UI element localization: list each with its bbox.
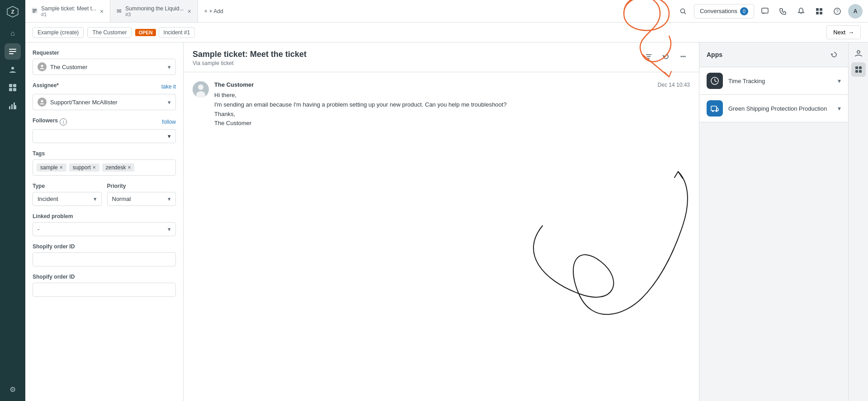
sidebar-item-contacts[interactable] [5,61,21,78]
tags-container: sample × support × zendesk × [33,159,176,176]
svg-rect-5 [9,84,12,87]
shopify-order-label-2: Shopify order ID [33,274,176,280]
ticket-header-left: Sample ticket: Meet the ticket Via sampl… [193,50,307,66]
topbar: Sample ticket: Meet t... #1 × ✉ Summonin… [25,0,868,23]
apps-refresh-button[interactable] [827,48,841,61]
follow-link[interactable]: follow [162,119,176,125]
shopify-order-label-1: Shopify order ID [33,243,176,250]
filter-button[interactable] [642,50,656,63]
main-area: Sample ticket: Meet t... #1 × ✉ Summonin… [25,0,868,401]
conversations-badge: 0 [740,7,748,15]
svg-rect-44 [855,66,858,69]
message-content: Hi there, I'm sending an email because I… [214,91,690,128]
sidebar-item-apps[interactable] [5,79,21,96]
tag-sample-remove[interactable]: × [60,164,63,171]
tab-email-icon: ✉ [117,8,122,14]
app-green-shipping[interactable]: Green Shipping Protection Production ▾ [699,95,848,122]
svg-rect-10 [11,104,13,109]
tags-section: Tags sample × support × zendesk × [33,150,176,176]
add-tab-button[interactable]: + + Add [198,0,230,22]
linked-problem-select[interactable]: - ▾ [33,222,176,236]
ticket-header-icons [642,50,690,63]
time-tracking-chevron-icon: ▾ [838,77,841,84]
message-sender: The Customer [214,81,254,88]
followers-section: Followers i follow ▾ [33,117,176,143]
svg-point-32 [683,56,684,57]
tab-sample-ticket[interactable]: Sample ticket: Meet t... #1 × [25,0,110,22]
tag-support: support × [69,163,99,172]
svg-point-43 [857,51,860,53]
bell-icon-button[interactable] [794,4,808,19]
followers-select[interactable]: ▾ [33,129,176,143]
assignee-select-inner: Support/Tanner McAllister [38,98,118,107]
svg-point-33 [684,56,686,57]
tab-summoning[interactable]: ✉ Summoning the Liquid... #3 × [110,0,198,22]
conversations-button[interactable]: Conversations 0 [694,4,754,19]
assignee-header-row: Assignee* take it [33,82,176,91]
next-arrow-icon: → [848,29,854,36]
ticket-header: Sample ticket: Meet the ticket Via sampl… [184,42,699,72]
type-priority-section: Type Incident ▾ Priority Normal ▾ [33,183,176,206]
grid-icon-button[interactable] [812,4,826,19]
time-tracking-name: Time Tracking [728,78,832,84]
ticket-title: Sample ticket: Meet the ticket [193,50,307,59]
followers-info-icon: i [60,118,67,126]
requester-avatar-icon [38,62,47,71]
tabs-area: Sample ticket: Meet t... #1 × ✉ Summonin… [25,0,670,22]
left-panel: Requester The Customer ▾ [25,42,184,401]
requester-select-inner: The Customer [38,62,87,71]
tab2-close[interactable]: × [188,8,191,15]
breadcrumb-incident: OPEN Incident #1 [135,27,195,38]
requester-chevron-icon: ▾ [168,64,171,70]
search-button[interactable] [676,4,690,19]
sidebar-item-tickets[interactable] [5,43,21,60]
apps-panel-icon[interactable] [851,62,866,77]
linked-problem-chevron-icon: ▾ [168,226,171,233]
shopify-order-input-2[interactable] [33,283,176,297]
center-panel: Sample ticket: Meet the ticket Via sampl… [184,42,699,401]
svg-rect-47 [859,70,862,73]
shopify-order-input-1[interactable] [33,252,176,266]
help-icon-button[interactable]: ? [830,4,844,19]
svg-rect-21 [820,8,822,11]
svg-point-31 [681,56,682,57]
breadcrumb-incident-label: Incident #1 [164,29,190,36]
assignee-select[interactable]: Support/Tanner McAllister ▾ [33,94,176,110]
type-chevron-icon: ▾ [94,196,97,202]
tag-zendesk-remove[interactable]: × [127,164,131,171]
requester-label: Requester [33,50,176,56]
priority-chevron-icon: ▾ [168,196,171,202]
breadcrumb-customer[interactable]: The Customer [87,27,132,38]
assignee-section: Assignee* take it Support/Tanner McAllis… [33,82,176,110]
history-button[interactable] [659,50,673,63]
tab-ticket-icon [32,8,38,15]
breadcrumb-example[interactable]: Example (create) [33,27,84,38]
priority-select[interactable]: Normal ▾ [107,192,176,206]
sidebar-item-home[interactable]: ⌂ [5,25,21,42]
tab1-close[interactable]: × [100,8,104,15]
sidebar-item-settings[interactable]: ⚙ [5,381,21,397]
type-select[interactable]: Incident ▾ [33,192,102,206]
breadcrumb-incident-label-wrap[interactable]: Incident #1 [159,27,195,38]
green-shipping-name: Green Shipping Protection Production [728,105,832,112]
type-label: Type [33,183,102,189]
assignee-avatar-icon [38,98,47,107]
apps-header-icons [827,48,841,61]
messages-area: The Customer Dec 14 10:43 Hi there, I'm … [184,72,699,401]
shopify-1-section: Shopify order ID [33,243,176,266]
tag-support-remove[interactable]: × [93,164,96,171]
take-it-link[interactable]: take it [161,84,176,90]
requester-select[interactable]: The Customer ▾ [33,59,176,75]
sidebar-item-reports[interactable] [5,98,21,114]
more-options-button[interactable] [676,50,690,63]
chat-icon-button[interactable] [758,4,772,19]
breadcrumb-right: Next → [826,25,861,39]
svg-rect-6 [13,84,16,87]
app-time-tracking[interactable]: Time Tracking ▾ [699,67,848,95]
user-panel-icon[interactable] [851,46,866,61]
user-avatar[interactable]: A [848,4,863,19]
priority-field: Priority Normal ▾ [107,183,176,206]
svg-point-4 [11,67,14,70]
next-button[interactable]: Next → [826,25,861,39]
phone-icon-button[interactable] [776,4,790,19]
